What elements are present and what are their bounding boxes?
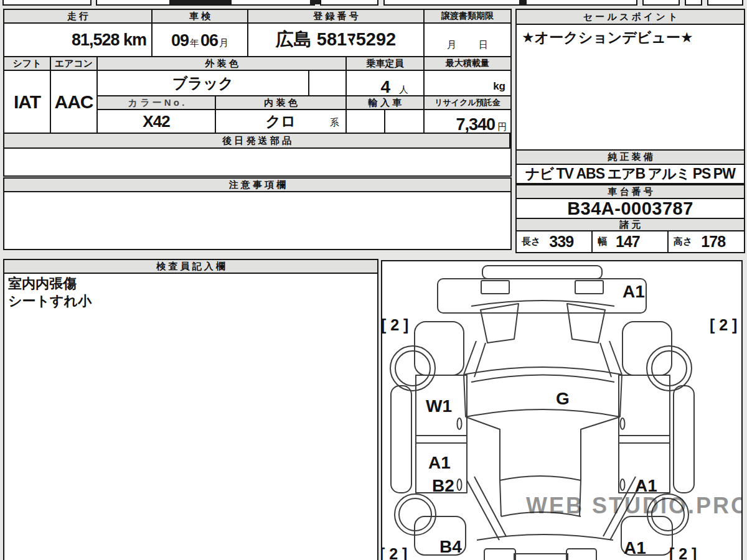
later-parts-body xyxy=(4,149,510,175)
recycle-deposit-header: リサイクル預託金 xyxy=(425,96,510,110)
inspector-body: 室内内張傷 シートすれ小 xyxy=(4,274,377,560)
interior-color-header: 内 装 色 xyxy=(216,96,347,110)
damage-label-a1-front: A1 xyxy=(622,282,645,301)
bracket-front-right: [ 2 ] xyxy=(710,316,737,334)
cutoff-row-cell xyxy=(383,0,637,6)
damage-label-w1: W1 xyxy=(426,396,452,416)
chassis-header: 車 台 番 号 xyxy=(517,185,744,199)
vehicle-info-table: 走 行 車 検 登 録 番 号 譲渡書類期限 81,528 km 09 年 06… xyxy=(3,9,512,177)
equipment-item-pw: PW xyxy=(713,166,735,182)
color-no-header: カ ラ ー N o . xyxy=(98,96,216,110)
transfer-day-label: 日 xyxy=(479,39,488,51)
recycle-deposit-value: 7,340 円 xyxy=(425,110,510,134)
transfer-deadline-header: 譲渡書類期限 xyxy=(425,10,510,24)
equipment-item-ps: PS xyxy=(693,166,711,182)
inspector-note-line: 室内内張傷 xyxy=(8,275,374,292)
bracket-rear-right: [ 2 ] xyxy=(669,545,697,560)
sales-point-body: ★オークションデビュー★ xyxy=(517,25,744,151)
spec-length-label: 長さ xyxy=(522,236,540,248)
exterior-color-value: ブラック xyxy=(98,71,309,96)
aircon-header: エアコン xyxy=(51,57,98,71)
import-header: 輸 入 車 xyxy=(347,96,425,110)
registration-header: 登 録 番 号 xyxy=(248,10,425,24)
interior-color-name: クロ xyxy=(265,111,296,131)
equipment-item-abs: ABS xyxy=(576,166,604,182)
cutoff-text-fragment xyxy=(519,0,527,4)
equipment-header: 純 正 装 備 xyxy=(517,151,744,165)
inspection-month-unit: 月 xyxy=(219,37,228,49)
cutoff-row-cell xyxy=(642,0,680,6)
spec-width-label: 幅 xyxy=(598,236,607,248)
car-diagram: WEB STUDIO.PRO A1 [ 2 ] [ 2 ] W1 G A1 B2… xyxy=(382,261,741,560)
later-parts-header: 後 日 発 送 部 品 xyxy=(4,134,510,149)
bracket-rear-left: [ 2 ] xyxy=(382,545,407,560)
import-empty-cell-2 xyxy=(385,110,425,134)
mileage-header: 走 行 xyxy=(4,10,153,24)
exterior-color-extra-cell xyxy=(309,71,347,96)
notes-body xyxy=(4,192,510,249)
import-empty-cell-1 xyxy=(347,110,385,134)
capacity-header: 乗車定員 xyxy=(347,57,425,71)
inspector-panel: 検 査 員 記 入 欄 室内内張傷 シートすれ小 xyxy=(3,259,378,560)
notes-panel: 注 意 事 項 欄 xyxy=(3,177,512,250)
interior-color-value: クロ 系 xyxy=(216,110,347,134)
capacity-number: 4 xyxy=(380,77,390,96)
cutoff-text-fragment xyxy=(310,0,320,4)
transfer-month-label: 月 xyxy=(447,39,456,51)
recycle-deposit-unit: 円 xyxy=(497,121,507,133)
inspection-month: 06 xyxy=(200,31,218,50)
spec-width: 幅 147 xyxy=(593,231,669,252)
sales-point-panel: セ ー ル ス ポ イ ン ト ★オークションデビュー★ 純 正 装 備 ナビ … xyxy=(515,9,745,184)
damage-label-b2: B2 xyxy=(432,476,454,495)
inspection-header: 車 検 xyxy=(153,10,248,24)
recycle-deposit-number: 7,340 xyxy=(456,115,495,134)
equipment-item-navi: ナビ xyxy=(525,165,553,183)
spec-height-label: 高さ xyxy=(674,236,692,248)
cutoff-row-cell xyxy=(685,0,702,6)
chassis-panel: 車 台 番 号 B34A-0003787 諸 元 長さ 339 幅 147 高さ… xyxy=(515,184,745,253)
spec-height: 高さ 178 xyxy=(669,231,744,252)
cutoff-row-cell xyxy=(707,0,743,6)
mileage-value: 81,528 km xyxy=(4,24,153,57)
damage-label-a1-rear-right: A1 xyxy=(624,538,646,558)
capacity-unit: 人 xyxy=(399,84,408,96)
notes-header: 注 意 事 項 欄 xyxy=(4,179,510,192)
chassis-value: B34A-0003787 xyxy=(517,199,744,219)
shift-header: シフト xyxy=(4,57,51,71)
damage-label-a1-door-right: A1 xyxy=(635,476,657,495)
damage-label-b4: B4 xyxy=(439,537,462,556)
aircon-value: AAC xyxy=(51,71,98,134)
car-diagram-panel: WEB STUDIO.PRO A1 [ 2 ] [ 2 ] W1 G A1 B2… xyxy=(381,260,743,560)
spec-length-value: 339 xyxy=(549,233,573,251)
registration-value: 広島 581ﾏ5292 xyxy=(248,24,425,57)
inspection-value: 09 年 06 月 xyxy=(153,24,248,57)
spec-width-value: 147 xyxy=(616,233,640,251)
watermark-text: WEB STUDIO.PRO xyxy=(526,493,741,518)
inspection-year-unit: 年 xyxy=(190,37,199,49)
cutoff-row-cell xyxy=(320,0,378,6)
color-no-value: X42 xyxy=(98,110,216,134)
shift-value: IAT xyxy=(4,71,51,134)
damage-label-g: G xyxy=(556,389,570,408)
auction-sheet-page: { "main_table": { "headers": { "mileage"… xyxy=(0,0,747,560)
specs-header: 諸 元 xyxy=(517,219,744,231)
max-load-header: 最大積載量 xyxy=(425,57,510,71)
interior-color-suffix: 系 xyxy=(330,117,339,129)
equipment-item-alloy: アルミ xyxy=(648,165,690,183)
equipment-item-airbag: エアB xyxy=(607,165,645,183)
sales-point-header: セ ー ル ス ポ イ ン ト xyxy=(517,10,744,25)
equipment-list: ナビ TV ABS エアB アルミ PS PW xyxy=(517,165,744,183)
spec-height-value: 178 xyxy=(701,233,725,251)
transfer-deadline-value: 月 日 xyxy=(425,24,510,57)
inspection-year: 09 xyxy=(171,31,189,50)
capacity-value: 4 人 xyxy=(347,71,425,96)
cutoff-text-fragment xyxy=(169,0,232,4)
cutoff-row-cell xyxy=(2,0,92,6)
inspector-note-line: シートすれ小 xyxy=(8,292,374,310)
max-load-value: kg xyxy=(425,71,510,96)
bracket-front-left: [ 2 ] xyxy=(382,316,408,334)
inspector-header: 検 査 員 記 入 欄 xyxy=(4,260,377,274)
damage-label-a1-door-left: A1 xyxy=(428,453,451,472)
equipment-item-tv: TV xyxy=(557,166,573,182)
exterior-color-header: 外 装 色 xyxy=(98,57,347,71)
